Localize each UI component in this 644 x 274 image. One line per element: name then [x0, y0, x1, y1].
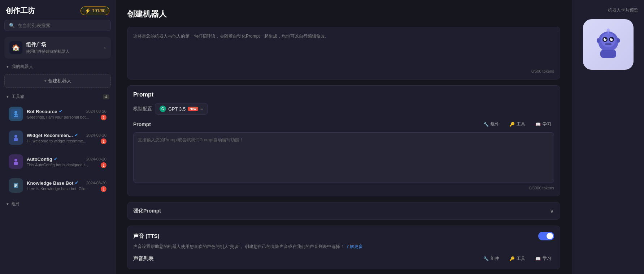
prompt-hint: 直接输入您的Prompt或尝试我们Prompt自动编写功能！ — [138, 137, 549, 143]
toolbox-label: 工具箱 — [12, 94, 25, 100]
svg-rect-7 — [14, 138, 18, 141]
enhance-prompt-row[interactable]: 强化Prompt ∨ — [127, 202, 560, 220]
bot-item-knowledge-base[interactable]: Knowledge Base Bot ✔ 2024-08-20 Here is … — [4, 175, 111, 196]
voice-component-icon: 🔧 — [483, 256, 489, 261]
svg-rect-29 — [600, 50, 616, 58]
svg-point-3 — [14, 115, 16, 116]
prompt-section: Prompt 模型配置 G GPT 3.5 New ≡ Prompt 🔧 组件 … — [127, 85, 560, 196]
nav-component-plaza[interactable]: 🏠 组件广场 使用组件搭建你的机器人 › — [4, 37, 111, 59]
notification-dot-bot-resource: 1 — [101, 115, 106, 120]
bot-avatar-widget — [9, 130, 23, 145]
notification-dot-kb: 1 — [101, 186, 106, 192]
svg-rect-2 — [14, 114, 18, 117]
tts-section: 声音 (TTS) 声音设置帮助您的机器人使用您喜欢的声色与别人"交谈"。创建您自… — [127, 226, 560, 269]
bot-date-kb: 2024-08-20 — [86, 181, 106, 185]
voice-component-btn[interactable]: 🔧 组件 — [480, 254, 502, 263]
sidebar: 创作工坊 ⚡ 191/60 🔍 🏠 组件广场 使用组件搭建你的机器人 › ▼ 我… — [0, 0, 116, 274]
svg-rect-13 — [14, 184, 17, 185]
prompt-token-count: 0/3000 tokens — [133, 186, 554, 190]
page-title: 创建机器人 — [127, 9, 560, 20]
svg-rect-27 — [597, 38, 600, 43]
sidebar-header: 创作工坊 ⚡ 191/60 — [0, 0, 115, 20]
bot-avatar-knowledge-base — [9, 178, 23, 193]
bot-name-widget: Widget Recommen... ✔ — [27, 133, 78, 138]
notification-dot-widget: 1 — [101, 138, 106, 144]
bot-desc-kb: Here is Knowledge base bot. Clic... — [27, 187, 106, 191]
verified-icon-autoconfig: ✔ — [54, 157, 57, 162]
toolbox-count: 4 — [103, 94, 109, 99]
svg-point-6 — [14, 135, 17, 138]
svg-point-4 — [17, 115, 18, 116]
search-input[interactable] — [18, 23, 106, 28]
energy-badge: ⚡ 191/60 — [80, 7, 109, 15]
voice-tool-btn[interactable]: 🔑 工具 — [506, 254, 528, 263]
tts-toggle[interactable] — [538, 232, 554, 240]
prompt-study-btn[interactable]: 📖 学习 — [532, 120, 554, 129]
svg-rect-14 — [14, 185, 17, 186]
svg-rect-15 — [14, 186, 16, 187]
greeting-textarea[interactable] — [133, 43, 554, 65]
sidebar-title: 创作工坊 — [6, 6, 35, 16]
tts-desc: 声音设置帮助您的机器人使用您喜欢的声色与别人"交谈"。创建您自己的克隆声音或在我… — [133, 243, 554, 250]
toolbox-section-label: ▼ 工具箱 4 — [0, 90, 115, 102]
bot-desc-autoconfig: This AutoConfig bot is designed t... — [27, 163, 106, 167]
chevron-right-icon: › — [104, 45, 106, 51]
prompt-textarea-box[interactable]: 直接输入您的Prompt或尝试我们Prompt自动编写功能！ — [133, 132, 554, 183]
robot-card — [583, 19, 634, 70]
bot-date-widget: 2024-08-20 — [86, 133, 106, 137]
prompt-section-title: Prompt — [133, 91, 153, 98]
voice-tool-icon: 🔑 — [509, 256, 515, 261]
menu-icon[interactable]: ≡ — [200, 106, 203, 112]
bot-name-knowledge-base: Knowledge Base Bot ✔ — [27, 180, 78, 186]
bot-name-autoconfig: AutoConfig ✔ — [27, 157, 57, 162]
create-bot-button[interactable]: + 创建机器人 — [4, 74, 111, 88]
greeting-box: 这将是您的机器人与他人的第一句打招呼语，会随着自动化Prompt一起生成，您也可… — [127, 27, 560, 80]
search-box[interactable]: 🔍 — [4, 20, 111, 31]
greeting-hint: 这将是您的机器人与他人的第一句打招呼语，会随着自动化Prompt一起生成，您也可… — [133, 33, 554, 39]
bot-avatar-autoconfig — [9, 154, 23, 169]
notification-dot-autoconfig: 1 — [101, 162, 106, 168]
svg-point-25 — [607, 29, 610, 31]
toolbox-collapse-icon: ▼ — [6, 95, 9, 99]
components-collapse-icon: ▼ — [6, 202, 9, 206]
svg-point-1 — [14, 111, 17, 114]
energy-value: 191/60 — [92, 8, 105, 13]
bot-name-bot-resource: Bot Resource ✔ — [27, 109, 62, 114]
svg-rect-26 — [605, 43, 612, 45]
prompt-tool-btn[interactable]: 🔑 工具 — [506, 120, 528, 129]
lightning-icon: ⚡ — [84, 8, 91, 14]
nav-section-title: 组件广场 — [26, 42, 70, 48]
svg-point-9 — [14, 159, 17, 162]
my-bots-label: 我的机器人 — [12, 64, 33, 70]
collapse-icon: ▼ — [6, 65, 9, 69]
tts-learn-more-link[interactable]: 了解更多 — [345, 244, 363, 249]
bot-item-widget[interactable]: Widget Recommen... ✔ 2024-08-20 Hi, welc… — [4, 127, 111, 149]
robot-card-preview-panel: 机器人卡片预览 — [572, 0, 644, 274]
prompt-component-btn[interactable]: 🔧 组件 — [480, 120, 502, 129]
bot-item-bot-resource[interactable]: Bot Resource ✔ 2024-08-20 Greetings, I a… — [4, 103, 111, 125]
gpt-icon: G — [160, 106, 166, 112]
model-config-label: 模型配置 — [133, 106, 152, 112]
model-selector[interactable]: G GPT 3.5 New ≡ — [155, 103, 208, 115]
model-name: GPT 3.5 — [168, 106, 186, 112]
bot-desc-widget: Hi, welcome to widget recomme... — [27, 139, 106, 143]
preview-title: 机器人卡片预览 — [608, 7, 638, 13]
svg-point-23 — [612, 38, 613, 39]
bot-date-bot-resource: 2024-08-20 — [86, 109, 106, 114]
nav-section-subtitle: 使用组件搭建你的机器人 — [26, 49, 70, 54]
voice-study-icon: 📖 — [535, 256, 541, 261]
bot-item-autoconfig[interactable]: AutoConfig ✔ 2024-08-20 This AutoConfig … — [4, 151, 111, 172]
verified-icon-widget: ✔ — [74, 133, 78, 138]
bot-desc-bot-resource: Greetings, I am your personal bot... — [27, 115, 106, 119]
prompt-label: Prompt — [133, 121, 151, 127]
components-label: 组件 — [12, 201, 20, 207]
component-icon: 🔧 — [483, 122, 489, 127]
bot-date-autoconfig: 2024-08-20 — [86, 157, 106, 161]
greeting-token-count: 0/500 tokens — [133, 69, 554, 73]
voice-study-btn[interactable]: 📖 学习 — [532, 254, 554, 263]
verified-icon-kb: ✔ — [75, 180, 78, 185]
new-badge: New — [188, 107, 198, 111]
bot-avatar-bot-resource — [9, 107, 23, 121]
home-icon: 🏠 — [9, 41, 22, 54]
verified-icon: ✔ — [59, 109, 62, 114]
